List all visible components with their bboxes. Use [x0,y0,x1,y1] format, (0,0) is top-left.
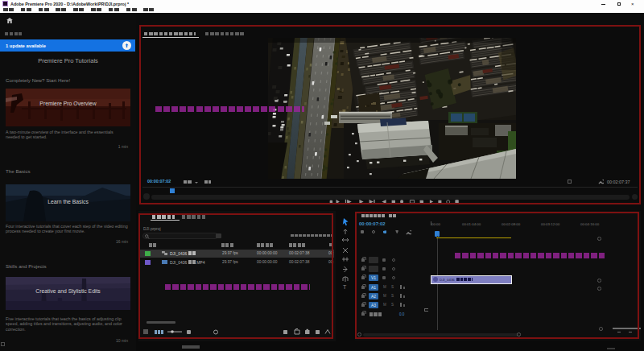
svg-text:T: T [343,284,347,290]
